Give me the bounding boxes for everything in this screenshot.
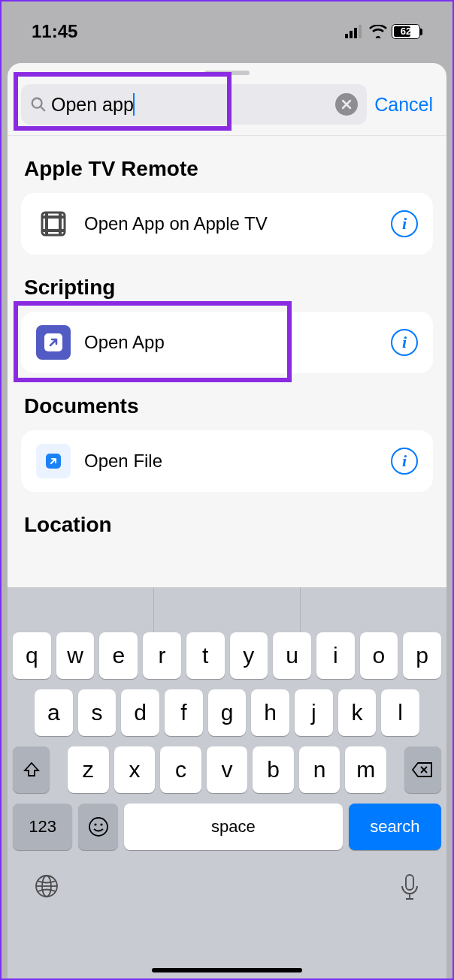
action-label: Open File bbox=[84, 451, 391, 472]
key-backspace[interactable] bbox=[404, 746, 441, 793]
action-label: Open App bbox=[84, 332, 391, 353]
keyboard-row-2: a s d f g h j k l bbox=[8, 689, 446, 736]
key-search[interactable]: search bbox=[349, 804, 441, 850]
keyboard-bottom-row bbox=[8, 873, 446, 927]
key-emoji[interactable] bbox=[78, 804, 118, 850]
key-j[interactable]: j bbox=[295, 689, 333, 736]
suggestion-bar[interactable] bbox=[8, 587, 446, 632]
sheet-grabber[interactable] bbox=[204, 71, 250, 75]
keyboard-row-1: q w e r t y u i o p bbox=[8, 632, 446, 679]
search-row: Open app Cancel bbox=[8, 80, 446, 135]
search-value: Open app bbox=[51, 94, 134, 116]
key-space[interactable]: space bbox=[124, 804, 343, 850]
status-time: 11:45 bbox=[32, 21, 77, 42]
key-k[interactable]: k bbox=[338, 689, 377, 736]
key-c[interactable]: c bbox=[160, 746, 201, 793]
text-caret bbox=[133, 93, 135, 116]
action-search-sheet: Open app Cancel Apple TV Remote Open App… bbox=[8, 63, 446, 978]
action-open-file[interactable]: Open File i bbox=[21, 430, 433, 492]
key-v[interactable]: v bbox=[207, 746, 248, 793]
home-indicator[interactable] bbox=[152, 968, 302, 972]
key-b[interactable]: b bbox=[253, 746, 294, 793]
svg-line-5 bbox=[41, 107, 45, 111]
key-l[interactable]: l bbox=[381, 689, 419, 736]
key-m[interactable]: m bbox=[345, 746, 386, 793]
microphone-icon bbox=[398, 873, 421, 903]
battery-icon: 62 bbox=[392, 24, 422, 39]
key-a[interactable]: a bbox=[35, 689, 73, 736]
emoji-icon bbox=[87, 816, 110, 838]
key-r[interactable]: r bbox=[143, 632, 181, 679]
key-f[interactable]: f bbox=[165, 689, 203, 736]
section-header-apple-tv: Apple TV Remote bbox=[24, 157, 433, 181]
svg-point-18 bbox=[94, 823, 96, 825]
key-e[interactable]: e bbox=[99, 632, 138, 679]
search-icon bbox=[30, 96, 47, 113]
key-shift[interactable] bbox=[13, 746, 50, 793]
key-g[interactable]: g bbox=[208, 689, 247, 736]
info-button[interactable]: i bbox=[391, 448, 418, 475]
key-q[interactable]: q bbox=[13, 632, 51, 679]
key-s[interactable]: s bbox=[78, 689, 117, 736]
key-z[interactable]: z bbox=[68, 746, 109, 793]
apple-tv-app-icon bbox=[36, 207, 71, 241]
cellular-icon bbox=[345, 25, 365, 38]
open-file-icon bbox=[36, 444, 71, 478]
backspace-icon bbox=[411, 761, 434, 778]
svg-rect-12 bbox=[59, 213, 62, 235]
globe-icon bbox=[33, 873, 60, 900]
key-t[interactable]: t bbox=[186, 632, 225, 679]
svg-rect-3 bbox=[359, 25, 362, 38]
key-y[interactable]: y bbox=[230, 632, 268, 679]
section-header-location: Location bbox=[24, 513, 433, 537]
cancel-button[interactable]: Cancel bbox=[374, 94, 433, 116]
section-header-documents: Documents bbox=[24, 394, 433, 418]
svg-rect-1 bbox=[350, 31, 353, 38]
keyboard-row-3: z x c v b n m bbox=[8, 746, 446, 793]
globe-button[interactable] bbox=[33, 873, 60, 906]
key-o[interactable]: o bbox=[360, 632, 398, 679]
section-header-scripting: Scripting bbox=[24, 276, 433, 300]
info-button[interactable]: i bbox=[391, 329, 418, 356]
wifi-icon bbox=[369, 25, 387, 38]
action-open-app[interactable]: Open App i bbox=[21, 312, 433, 373]
svg-point-19 bbox=[100, 823, 102, 825]
svg-point-17 bbox=[89, 818, 107, 836]
dictation-button[interactable] bbox=[398, 873, 421, 906]
action-label: Open App on Apple TV bbox=[84, 213, 391, 234]
keyboard: q w e r t y u i o p a s d f g h j k l bbox=[8, 587, 446, 978]
key-p[interactable]: p bbox=[403, 632, 441, 679]
status-indicators: 62 bbox=[345, 24, 422, 39]
key-numbers[interactable]: 123 bbox=[13, 804, 72, 850]
info-button[interactable]: i bbox=[391, 210, 418, 237]
key-u[interactable]: u bbox=[273, 632, 311, 679]
svg-rect-2 bbox=[354, 28, 357, 38]
key-h[interactable]: h bbox=[251, 689, 289, 736]
key-w[interactable]: w bbox=[56, 632, 95, 679]
clear-search-button[interactable] bbox=[335, 93, 358, 116]
key-d[interactable]: d bbox=[121, 689, 159, 736]
svg-rect-23 bbox=[406, 875, 413, 890]
close-icon bbox=[341, 99, 352, 110]
search-field[interactable]: Open app bbox=[21, 84, 367, 125]
action-open-app-apple-tv[interactable]: Open App on Apple TV i bbox=[21, 193, 433, 255]
key-x[interactable]: x bbox=[114, 746, 156, 793]
open-app-icon bbox=[36, 325, 71, 360]
key-i[interactable]: i bbox=[316, 632, 355, 679]
key-n[interactable]: n bbox=[299, 746, 340, 793]
shift-icon bbox=[23, 761, 41, 779]
status-bar: 11:45 62 bbox=[2, 2, 452, 62]
svg-rect-0 bbox=[345, 34, 348, 38]
keyboard-row-4: 123 space search bbox=[8, 804, 446, 850]
svg-rect-11 bbox=[45, 213, 48, 235]
